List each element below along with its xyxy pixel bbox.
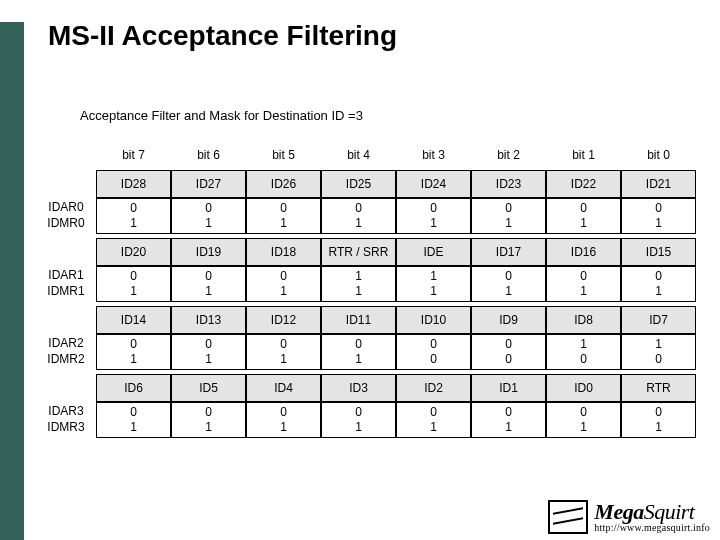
id-cell: ID14: [96, 306, 171, 334]
logo: MegaSquirt http://www.megasquirt.info: [548, 500, 710, 534]
id-cell: ID20: [96, 238, 171, 266]
value-cell: 01: [546, 198, 621, 234]
bit-header: bit 2: [471, 140, 546, 170]
value-cell: 01: [621, 198, 696, 234]
id-cell: ID0: [546, 374, 621, 402]
bit-header: bit 4: [321, 140, 396, 170]
row-label: IDAR0IDMR0: [36, 198, 96, 233]
value-cell: 01: [96, 266, 171, 302]
value-cell: 00: [396, 334, 471, 370]
id-cell: ID28: [96, 170, 171, 198]
subtitle: Acceptance Filter and Mask for Destinati…: [80, 108, 363, 123]
id-row: ID14ID13ID12ID11ID10ID9ID8ID7: [36, 306, 696, 334]
value-cell: 01: [546, 266, 621, 302]
bit-header: bit 7: [96, 140, 171, 170]
id-cell: ID2: [396, 374, 471, 402]
id-cell: RTR / SRR: [321, 238, 396, 266]
id-cell: ID1: [471, 374, 546, 402]
value-cell: 01: [471, 266, 546, 302]
value-row: IDAR2IDMR20101010100001010: [36, 334, 696, 370]
value-cell: 01: [246, 266, 321, 302]
value-cell: 01: [96, 198, 171, 234]
id-cell: ID3: [321, 374, 396, 402]
logo-url: http://www.megasquirt.info: [594, 523, 710, 533]
id-cell: ID22: [546, 170, 621, 198]
value-cell: 11: [396, 266, 471, 302]
logo-brand: MegaSquirt: [594, 501, 710, 523]
bit-header: bit 6: [171, 140, 246, 170]
bit-header: bit 5: [246, 140, 321, 170]
page-title: MS-II Acceptance Filtering: [48, 20, 397, 52]
bit-header: bit 3: [396, 140, 471, 170]
value-cell: 10: [546, 334, 621, 370]
value-cell: 01: [621, 266, 696, 302]
value-cell: 01: [96, 334, 171, 370]
value-cell: 01: [396, 402, 471, 438]
id-cell: ID13: [171, 306, 246, 334]
id-cell: ID10: [396, 306, 471, 334]
id-row: ID20ID19ID18RTR / SRRIDEID17ID16ID15: [36, 238, 696, 266]
id-cell: ID19: [171, 238, 246, 266]
id-cell: ID18: [246, 238, 321, 266]
value-row: IDAR1IDMR10101011111010101: [36, 266, 696, 302]
value-cell: 01: [471, 198, 546, 234]
id-cell: ID21: [621, 170, 696, 198]
id-cell: ID25: [321, 170, 396, 198]
id-cell: ID16: [546, 238, 621, 266]
id-cell: ID15: [621, 238, 696, 266]
id-cell: ID5: [171, 374, 246, 402]
id-cell: ID24: [396, 170, 471, 198]
value-cell: 01: [171, 266, 246, 302]
id-cell: ID6: [96, 374, 171, 402]
bit-header-row: bit 7 bit 6 bit 5 bit 4 bit 3 bit 2 bit …: [36, 140, 696, 170]
value-row: IDAR0IDMR00101010101010101: [36, 198, 696, 234]
value-cell: 01: [246, 334, 321, 370]
value-cell: 01: [171, 402, 246, 438]
id-row: ID28ID27ID26ID25ID24ID23ID22ID21: [36, 170, 696, 198]
id-row: ID6ID5ID4ID3ID2ID1ID0RTR: [36, 374, 696, 402]
value-cell: 01: [246, 198, 321, 234]
row-label: IDAR1IDMR1: [36, 266, 96, 301]
value-cell: 01: [171, 334, 246, 370]
left-accent-bar: [0, 22, 24, 540]
value-cell: 01: [246, 402, 321, 438]
bit-header: bit 1: [546, 140, 621, 170]
id-cell: RTR: [621, 374, 696, 402]
value-cell: 01: [96, 402, 171, 438]
row-label: IDAR2IDMR2: [36, 334, 96, 369]
id-cell: IDE: [396, 238, 471, 266]
id-cell: ID23: [471, 170, 546, 198]
value-cell: 01: [546, 402, 621, 438]
id-cell: ID4: [246, 374, 321, 402]
value-row: IDAR3IDMR30101010101010101: [36, 402, 696, 438]
id-cell: ID12: [246, 306, 321, 334]
id-cell: ID11: [321, 306, 396, 334]
filter-table: bit 7 bit 6 bit 5 bit 4 bit 3 bit 2 bit …: [36, 140, 696, 442]
logo-icon: [548, 500, 588, 534]
id-cell: ID8: [546, 306, 621, 334]
row-label: IDAR3IDMR3: [36, 402, 96, 437]
value-cell: 01: [396, 198, 471, 234]
id-cell: ID17: [471, 238, 546, 266]
value-cell: 01: [321, 334, 396, 370]
value-cell: 01: [621, 402, 696, 438]
value-cell: 01: [321, 198, 396, 234]
value-cell: 10: [621, 334, 696, 370]
id-cell: ID9: [471, 306, 546, 334]
bit-header: bit 0: [621, 140, 696, 170]
value-cell: 01: [171, 198, 246, 234]
id-cell: ID26: [246, 170, 321, 198]
value-cell: 00: [471, 334, 546, 370]
value-cell: 01: [471, 402, 546, 438]
value-cell: 11: [321, 266, 396, 302]
value-cell: 01: [321, 402, 396, 438]
id-cell: ID7: [621, 306, 696, 334]
id-cell: ID27: [171, 170, 246, 198]
